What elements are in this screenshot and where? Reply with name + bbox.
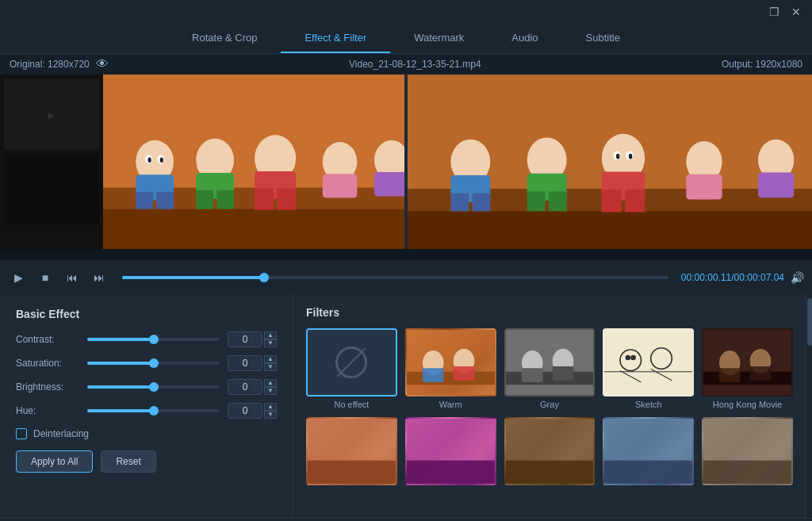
video-area: Original: 1280x720 👁 Video_21-08-12_13-3… <box>0 54 812 260</box>
reset-button[interactable]: Reset <box>101 450 155 473</box>
hue-label: Hue: <box>16 405 79 416</box>
basic-effect-title: Basic Effect <box>16 308 277 320</box>
no-effect-preview <box>308 330 396 395</box>
brightness-row: Brightness: ▲ ▼ <box>16 379 277 395</box>
filter-item-2a[interactable] <box>306 417 397 488</box>
svg-rect-26 <box>374 172 404 196</box>
svg-rect-29 <box>408 211 812 249</box>
svg-point-69 <box>631 355 637 361</box>
stop-button[interactable]: ■ <box>35 267 56 288</box>
restore-button[interactable]: ❐ <box>763 3 785 21</box>
filter-thumb-2e <box>702 417 793 485</box>
controls-bar: ▶ ■ ⏮ ⏭ 00:00:00.11/00:00:07.04 🔊 <box>0 260 812 295</box>
filter-thumb-no-effect <box>306 328 397 396</box>
contrast-thumb[interactable] <box>149 335 159 344</box>
svg-point-49 <box>629 154 633 159</box>
brightness-slider[interactable] <box>87 385 220 389</box>
svg-rect-71 <box>703 372 791 385</box>
progress-bar[interactable] <box>122 276 668 279</box>
saturation-value[interactable] <box>228 355 262 371</box>
filter-item-warm[interactable]: Warm <box>405 328 496 409</box>
filter-label-hk: Hong Kong Movie <box>713 400 782 409</box>
svg-rect-10 <box>156 192 174 209</box>
filter-label-warm: Warm <box>439 400 462 409</box>
filter-item-sketch[interactable]: Sketch <box>603 328 694 409</box>
tab-rotate-crop[interactable]: Rotate & Crop <box>168 24 281 53</box>
video-panel-original: ▶ <box>0 75 408 249</box>
svg-point-48 <box>616 154 620 159</box>
filter-item-gray[interactable]: Gray <box>504 328 596 409</box>
hue-value[interactable] <box>228 403 262 419</box>
close-button[interactable]: ✕ <box>785 3 807 21</box>
brightness-down[interactable]: ▼ <box>264 387 277 395</box>
contrast-up[interactable]: ▲ <box>264 331 277 339</box>
tab-effect-filter[interactable]: Effect & Filter <box>281 24 390 53</box>
filter-thumb-2c <box>504 417 596 485</box>
saturation-up[interactable]: ▲ <box>264 355 277 363</box>
hue-thumb[interactable] <box>149 406 159 416</box>
eye-icon[interactable]: 👁 <box>96 57 109 71</box>
filter-label-no-effect: No effect <box>334 400 369 409</box>
tab-audio[interactable]: Audio <box>488 24 561 53</box>
svg-rect-50 <box>407 330 495 395</box>
brightness-up[interactable]: ▲ <box>264 379 277 387</box>
filter-item-hk[interactable]: Hong Kong Movie <box>702 328 793 409</box>
contrast-value[interactable] <box>228 331 262 347</box>
saturation-label: Saturation: <box>16 358 79 369</box>
brightness-thumb[interactable] <box>149 382 159 392</box>
hue-up[interactable]: ▲ <box>264 403 277 411</box>
filter-item-2d[interactable] <box>603 417 694 488</box>
filter-item-2b[interactable] <box>405 417 496 488</box>
tabbar: Rotate & Crop Effect & Filter Watermark … <box>0 24 812 54</box>
filter-item-2e[interactable] <box>702 417 793 488</box>
hue-row: Hue: ▲ ▼ <box>16 403 277 419</box>
brightness-spinner: ▲ ▼ <box>264 379 277 395</box>
filter-item-2c[interactable] <box>504 417 596 488</box>
svg-rect-33 <box>473 193 491 212</box>
saturation-thumb[interactable] <box>149 358 159 368</box>
contrast-down[interactable]: ▼ <box>264 339 277 347</box>
svg-rect-41 <box>625 190 645 212</box>
saturation-fill <box>87 362 154 365</box>
scrollbar-track[interactable] <box>806 295 812 518</box>
filter-thumb-gray <box>504 328 596 396</box>
svg-rect-70 <box>703 330 791 395</box>
volume-icon[interactable]: 🔊 <box>791 271 804 284</box>
svg-rect-18 <box>277 189 296 210</box>
filters-title: Filters <box>306 306 793 319</box>
filter-item-no-effect[interactable]: No effect <box>306 328 397 409</box>
svg-text:▶: ▶ <box>48 111 55 120</box>
filter-label-sketch: Sketch <box>635 400 662 409</box>
svg-rect-2 <box>4 154 99 225</box>
no-effect-circle <box>335 347 367 378</box>
tab-watermark[interactable]: Watermark <box>390 24 488 53</box>
tab-subtitle[interactable]: Subtitle <box>562 24 644 53</box>
next-button[interactable]: ⏭ <box>89 267 109 288</box>
svg-rect-56 <box>506 330 594 395</box>
svg-rect-6 <box>103 209 404 249</box>
progress-thumb[interactable] <box>259 273 269 282</box>
titlebar: ❐ ✕ <box>0 0 812 24</box>
svg-rect-57 <box>506 372 594 385</box>
scrollbar-thumb[interactable] <box>807 298 812 346</box>
svg-rect-32 <box>450 193 469 212</box>
play-button[interactable]: ▶ <box>8 267 29 288</box>
brightness-value[interactable] <box>228 379 262 395</box>
deinterlacing-checkbox[interactable] <box>16 428 27 439</box>
hue-slider[interactable] <box>87 409 220 412</box>
prev-button[interactable]: ⏮ <box>62 267 82 288</box>
svg-rect-43 <box>686 174 722 200</box>
contrast-slider[interactable] <box>87 338 220 341</box>
hue-fill <box>87 409 154 412</box>
video-filename: Video_21-08-12_13-35-21.mp4 <box>349 59 481 70</box>
video-info-bar: Original: 1280x720 👁 Video_21-08-12_13-3… <box>0 54 812 75</box>
svg-rect-77 <box>308 461 396 484</box>
hue-down[interactable]: ▼ <box>264 411 277 419</box>
apply-to-all-button[interactable]: Apply to All <box>16 450 93 473</box>
filter-thumb-sketch <box>603 328 694 396</box>
saturation-down[interactable]: ▼ <box>264 363 277 371</box>
svg-rect-51 <box>407 372 495 385</box>
svg-rect-40 <box>602 190 622 212</box>
contrast-spinner: ▲ ▼ <box>264 331 277 347</box>
saturation-slider[interactable] <box>87 362 220 365</box>
